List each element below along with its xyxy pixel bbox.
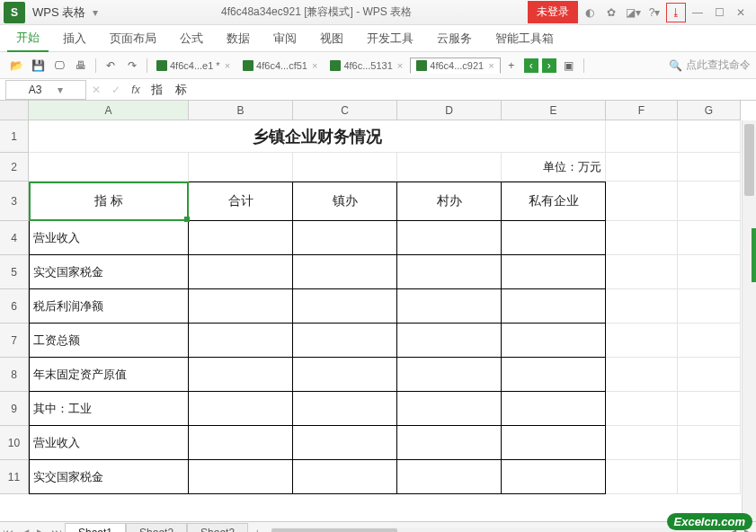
cell[interactable] (293, 426, 397, 460)
cell[interactable] (189, 153, 293, 182)
update-icon[interactable]: ⭳ (666, 3, 686, 22)
menu-插入[interactable]: 插入 (54, 26, 95, 51)
cell[interactable] (502, 358, 606, 392)
doc-tab[interactable]: 4f6c4...c921× (410, 58, 500, 74)
cell[interactable] (502, 255, 606, 289)
cell[interactable] (293, 221, 397, 255)
cell[interactable] (678, 120, 741, 153)
col-header-B[interactable]: B (189, 101, 293, 120)
doc-tab[interactable]: 4f6c4...cf51× (237, 58, 323, 74)
row-header-2[interactable]: 2 (0, 153, 29, 182)
menu-数据[interactable]: 数据 (218, 26, 259, 51)
cell[interactable] (397, 426, 502, 460)
cell[interactable] (293, 460, 397, 494)
cell[interactable] (502, 460, 606, 494)
row-header-6[interactable]: 6 (0, 289, 29, 324)
tab-prev-icon[interactable]: ‹ (524, 58, 538, 73)
cell[interactable] (606, 255, 678, 289)
cell[interactable] (189, 255, 293, 289)
undo-icon[interactable]: ↶ (102, 57, 120, 75)
menu-智能工具箱[interactable]: 智能工具箱 (486, 26, 563, 51)
close-tab-icon[interactable]: × (225, 60, 230, 71)
menu-页面布局[interactable]: 页面布局 (101, 26, 165, 51)
cell[interactable] (678, 221, 741, 255)
cell[interactable] (502, 426, 606, 460)
cell[interactable]: 营业收入 (29, 426, 189, 460)
cell[interactable]: 营业收入 (29, 221, 189, 255)
cell[interactable] (606, 221, 678, 255)
cell[interactable] (502, 392, 606, 426)
sheet-tab-Sheet3[interactable]: Sheet3 (187, 523, 248, 532)
cell[interactable] (606, 182, 678, 221)
skin-icon[interactable]: ◪▾ (623, 3, 643, 22)
menu-视图[interactable]: 视图 (311, 26, 352, 51)
cell[interactable] (678, 426, 741, 460)
cell[interactable] (678, 358, 741, 392)
dropdown-icon[interactable]: ▾ (85, 3, 105, 22)
cell[interactable] (606, 358, 678, 392)
sheet-nav-prev[interactable]: ◀ (16, 525, 32, 533)
formula-input[interactable]: 指标 (146, 82, 756, 98)
cell[interactable] (678, 153, 741, 182)
cell[interactable] (502, 324, 606, 358)
close-tab-icon[interactable]: × (488, 60, 494, 71)
cell[interactable] (606, 426, 678, 460)
select-all-corner[interactable] (0, 101, 29, 120)
horizontal-scrollbar[interactable] (271, 528, 718, 533)
fx-button[interactable]: fx (126, 84, 146, 96)
cell[interactable] (189, 221, 293, 255)
settings-icon[interactable]: ✿ (601, 3, 621, 22)
cell[interactable] (293, 289, 397, 324)
menu-公式[interactable]: 公式 (171, 26, 212, 51)
doc-tab[interactable]: 4f6c4...e1 *× (151, 58, 236, 74)
close-tab-icon[interactable]: × (312, 60, 317, 71)
cell[interactable] (189, 358, 293, 392)
cell[interactable]: 镇办 (293, 182, 397, 221)
sheet-nav-last[interactable]: ⏭ (49, 525, 65, 533)
name-box[interactable]: A3▾ (5, 80, 86, 100)
cell[interactable] (189, 324, 293, 358)
cell[interactable] (678, 460, 741, 494)
cell[interactable]: 指 标 (29, 182, 189, 221)
vertical-scrollbar[interactable] (742, 120, 756, 521)
close-tab-icon[interactable]: × (397, 60, 403, 71)
cell[interactable] (606, 324, 678, 358)
cell[interactable]: 其中：工业 (29, 392, 189, 426)
cell[interactable] (606, 120, 678, 153)
cell[interactable] (293, 255, 397, 289)
col-header-C[interactable]: C (293, 101, 397, 120)
scroll-thumb[interactable] (271, 528, 397, 533)
cell[interactable] (189, 460, 293, 494)
save-icon[interactable]: 💾 (29, 57, 47, 75)
minimize-button[interactable]: — (688, 3, 707, 22)
cell[interactable] (397, 255, 502, 289)
accept-icon[interactable]: ✓ (106, 84, 126, 96)
cell[interactable] (397, 392, 502, 426)
cell[interactable] (678, 324, 741, 358)
tab-list-icon[interactable]: ▣ (560, 57, 578, 75)
command-search[interactable]: 🔍 点此查找命令 (669, 58, 751, 73)
sheet-tab-Sheet1[interactable]: Sheet1 (65, 523, 126, 532)
cell[interactable] (397, 153, 502, 182)
cell[interactable] (678, 182, 741, 221)
cell[interactable] (397, 289, 502, 324)
add-sheet-button[interactable]: + (248, 527, 266, 533)
col-header-E[interactable]: E (502, 101, 606, 120)
cell[interactable] (606, 460, 678, 494)
cell[interactable] (678, 392, 741, 426)
cell[interactable] (397, 324, 502, 358)
sheet-nav-next[interactable]: ▶ (32, 525, 49, 533)
sheet-nav-first[interactable]: ⏮ (0, 525, 16, 533)
row-header-11[interactable]: 11 (0, 460, 29, 494)
cell[interactable] (293, 324, 397, 358)
menu-云服务[interactable]: 云服务 (428, 26, 481, 51)
row-header-7[interactable]: 7 (0, 324, 29, 358)
cell[interactable]: 村办 (397, 182, 502, 221)
cell[interactable] (293, 392, 397, 426)
col-header-A[interactable]: A (29, 101, 189, 120)
cell[interactable] (606, 153, 678, 182)
cell[interactable]: 实交国家税金 (29, 255, 189, 289)
sync-icon[interactable]: ◐ (580, 3, 600, 22)
cell[interactable] (397, 460, 502, 494)
row-header-8[interactable]: 8 (0, 358, 29, 392)
